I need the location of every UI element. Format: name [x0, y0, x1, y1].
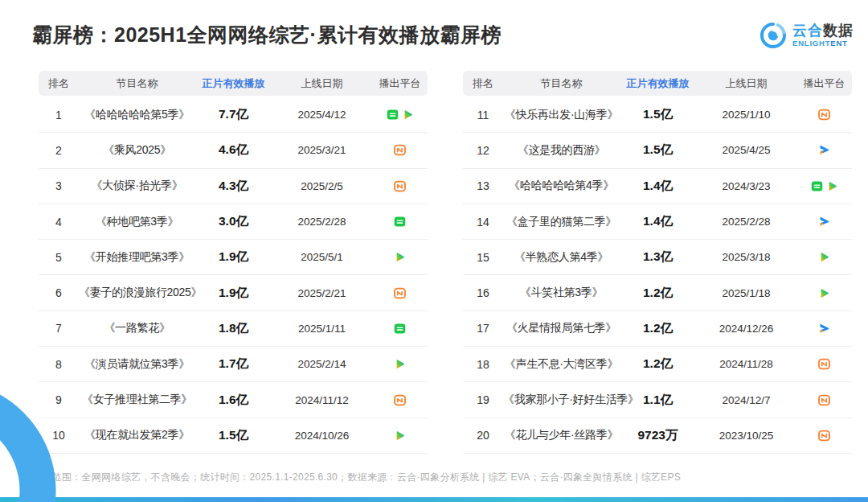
show-name-cell: 《乘风2025》: [79, 143, 195, 158]
launch-date-cell: 2025/2/28: [272, 216, 372, 228]
column-header-2: 正片有效播放: [195, 76, 272, 91]
mango-icon: [393, 286, 407, 300]
plays-value-cell: 1.6亿: [195, 392, 272, 409]
table-row: 20《花儿与少年·丝路季》9723万2023/10/25: [463, 418, 852, 454]
rank-cell: 3: [39, 179, 79, 192]
platform-cell: [796, 215, 852, 228]
launch-date-cell: 2025/5/1: [272, 251, 372, 263]
tencent-icon: [393, 429, 407, 442]
rank-cell: 5: [39, 251, 79, 264]
report-canvas: 霸屏榜：2025H1全网网络综艺·累计有效播放霸屏榜 云合数据 ENLIGHTE…: [0, 0, 868, 502]
plays-value-cell: 4.6亿: [195, 142, 272, 158]
table-row: 19《我家那小子·好好生活季》1.1亿2024/12/7: [463, 382, 852, 418]
rank-cell: 19: [463, 393, 503, 406]
rank-cell: 15: [463, 251, 503, 264]
launch-date-cell: 2025/2/21: [272, 287, 372, 299]
platform-cell: [372, 393, 428, 407]
show-name-cell: 《半熟恋人第4季》: [503, 250, 620, 265]
platform-cell: [372, 143, 428, 157]
tencent-icon: [393, 250, 407, 264]
launch-date-cell: 2025/2/28: [696, 216, 796, 228]
mango-icon: [393, 179, 407, 193]
launch-date-cell: 2024/11/28: [696, 358, 796, 370]
plays-value-cell: 1.4亿: [620, 178, 696, 195]
rank-cell: 13: [463, 179, 503, 192]
iqiyi-icon: [393, 215, 407, 228]
launch-date-cell: 2025/1/10: [696, 109, 796, 121]
arc-decoration: [0, 380, 56, 502]
show-name-cell: 《声生不息·大湾区季》: [503, 357, 620, 372]
rank-cell: 4: [39, 216, 79, 228]
table-row: 15《半熟恋人第4季》1.3亿2025/3/18: [463, 240, 852, 275]
plays-value-cell: 1.5亿: [620, 106, 696, 123]
iqiyi-icon: [810, 179, 824, 193]
table-row: 3《大侦探·拾光季》4.3亿2025/2/5: [39, 169, 428, 204]
launch-date-cell: 2024/12/26: [696, 323, 796, 335]
plays-value-cell: 1.2亿: [620, 285, 696, 302]
rank-cell: 20: [463, 429, 503, 442]
platform-cell: [372, 250, 428, 264]
table-row: 6《妻子的浪漫旅行2025》1.9亿2025/2/21: [39, 275, 428, 311]
plays-value-cell: 9723万: [620, 427, 696, 444]
launch-date-cell: 2025/4/12: [272, 109, 372, 121]
tencent-icon: [817, 250, 831, 264]
plays-value-cell: 7.7亿: [195, 106, 272, 123]
plays-value-cell: 1.8亿: [195, 320, 272, 337]
platform-cell: [372, 179, 428, 193]
table-row: 12《这是我的西游》1.5亿2025/4/25: [463, 133, 852, 168]
rank-cell: 16: [463, 286, 503, 299]
column-header-1: 节目名称: [503, 76, 620, 91]
mango-icon: [817, 357, 831, 371]
table-body: 1《哈哈哈哈哈第5季》7.7亿2025/4/122《乘风2025》4.6亿202…: [39, 97, 428, 454]
launch-date-cell: 2025/2/5: [272, 180, 372, 192]
mango-icon: [817, 429, 831, 442]
logo-cn-primary: 云合: [792, 23, 823, 39]
rank-cell: 7: [39, 322, 79, 335]
table-row: 13《哈哈哈哈哈第4季》1.4亿2024/3/23: [463, 169, 852, 204]
logo-en-secondary: ENT: [830, 39, 847, 47]
table-row: 9《女子推理社第二季》1.6亿2024/11/12: [39, 382, 428, 418]
table-row: 5《开始推理吧第3季》1.9亿2025/5/1: [39, 240, 428, 275]
logo-en-primary: ENLIGHT: [792, 39, 830, 47]
mango-icon: [393, 393, 407, 407]
column-header-0: 排名: [39, 76, 79, 91]
platform-cell: [796, 108, 852, 121]
launch-date-cell: 2024/3/23: [696, 180, 796, 192]
table-row: 17《火星情报局第七季》1.2亿2024/12/26: [463, 311, 852, 347]
rank-cell: 17: [463, 322, 503, 335]
show-name-cell: 《这是我的西游》: [503, 143, 620, 158]
platform-cell: [796, 357, 852, 371]
launch-date-cell: 2023/10/25: [696, 430, 796, 442]
column-header-0: 排名: [463, 76, 503, 91]
plays-value-cell: 1.9亿: [195, 249, 272, 265]
table-row: 4《种地吧第3季》3.0亿2025/2/28: [39, 204, 428, 240]
footer-note: 统计范围：全网网络综艺，不含晚会；统计时间：2025.1.1-2025.6.30…: [32, 471, 681, 484]
platform-cell: [796, 429, 852, 442]
plays-value-cell: 4.3亿: [195, 178, 272, 195]
rank-cell: 6: [39, 286, 79, 299]
plays-value-cell: 3.0亿: [195, 213, 272, 230]
rank-cell: 18: [463, 358, 503, 371]
iqiyi-icon: [386, 108, 399, 121]
column-header-1: 节目名称: [79, 76, 195, 91]
launch-date-cell: 2025/3/18: [696, 251, 796, 263]
show-name-cell: 《哈哈哈哈哈第4季》: [503, 179, 620, 193]
table-row: 10《现在就出发第2季》1.5亿2024/10/26: [39, 418, 428, 454]
tencent-icon: [825, 179, 839, 193]
youku-icon: [817, 215, 831, 228]
show-name-cell: 《大侦探·拾光季》: [79, 179, 195, 193]
plays-value-cell: 1.7亿: [195, 356, 272, 372]
plays-value-cell: 1.9亿: [195, 285, 272, 302]
tencent-icon: [817, 286, 831, 300]
platform-cell: [796, 393, 852, 407]
launch-date-cell: 2025/2/14: [272, 358, 372, 370]
launch-date-cell: 2024/11/12: [272, 394, 372, 406]
column-header-4: 播出平台: [372, 76, 428, 91]
show-name-cell: 《哈哈哈哈哈第5季》: [79, 108, 195, 122]
plays-value-cell: 1.1亿: [620, 392, 696, 409]
platform-cell: [372, 215, 428, 228]
column-header-3: 上线日期: [272, 76, 372, 91]
show-name-cell: 《快乐再出发·山海季》: [503, 108, 620, 122]
enlightent-swirl-icon: [759, 21, 788, 50]
platform-cell: [372, 108, 428, 121]
